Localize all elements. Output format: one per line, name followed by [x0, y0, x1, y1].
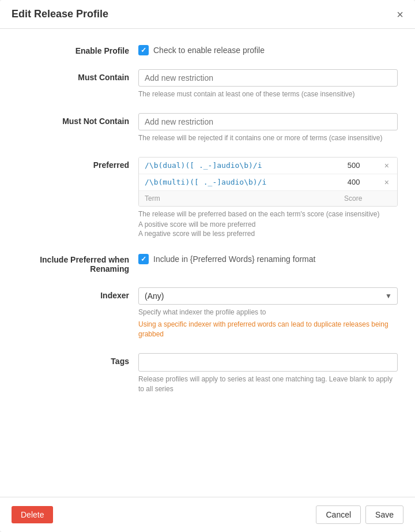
indexer-control: (Any) ▼ Specify what indexer the profile… [138, 287, 398, 339]
indexer-warning: Using a specific indexer with preferred … [138, 320, 398, 339]
close-button[interactable]: × [397, 9, 403, 20]
enable-profile-checkbox-label: Check to enable release profile [153, 46, 265, 55]
tags-row: Tags Release profiles will apply to seri… [17, 353, 398, 394]
checkmark-icon: ✓ [141, 46, 146, 54]
include-preferred-checkbox[interactable]: ✓ [138, 254, 149, 264]
must-contain-control: The release must contain at least one of… [138, 69, 398, 99]
enable-profile-row: Enable Profile ✓ Check to enable release… [17, 43, 398, 55]
must-contain-hint: The release must contain at least one of… [138, 89, 398, 99]
include-preferred-label: Include Preferred when Renaming [17, 252, 138, 274]
enable-profile-checkbox-wrap[interactable]: ✓ Check to enable release profile [138, 43, 398, 55]
delete-button[interactable]: Delete [12, 506, 53, 523]
enable-profile-checkbox[interactable]: ✓ [138, 45, 149, 55]
must-contain-label: Must Contain [17, 69, 138, 82]
must-contain-row: Must Contain The release must contain at… [17, 69, 398, 99]
indexer-hint: Specify what indexer the profile applies… [138, 308, 398, 317]
modal-body: Enable Profile ✓ Check to enable release… [0, 29, 415, 497]
include-preferred-control: ✓ Include in {Preferred Words} renaming … [138, 252, 398, 264]
preferred-hint1: The release will be preferred based on t… [138, 209, 398, 219]
tags-label: Tags [17, 353, 138, 366]
include-preferred-checkbox-wrap[interactable]: ✓ Include in {Preferred Words} renaming … [138, 252, 398, 264]
remove-preferred-2-button[interactable]: × [382, 178, 391, 187]
preferred-term-2: /\b(multi)([ ._-]audio\b)/i [145, 178, 348, 186]
tags-input[interactable] [138, 353, 398, 372]
preferred-col-term-header: Term [145, 194, 344, 203]
preferred-hint2: A positive score will be more preferred [138, 220, 398, 228]
must-not-contain-label: Must Not Contain [17, 113, 138, 126]
include-preferred-checkbox-label: Include in {Preferred Words} renaming fo… [153, 254, 315, 264]
preferred-row: Preferred /\b(dual)([ ._-]audio\b)/i 500… [17, 157, 398, 238]
preferred-col-score-header: Score [344, 194, 379, 203]
preferred-item-row-1: /\b(dual)([ ._-]audio\b)/i 500 × [139, 158, 397, 174]
enable-profile-label: Enable Profile [17, 43, 138, 55]
must-contain-input[interactable] [138, 69, 398, 87]
preferred-score-1: 500 [348, 161, 382, 170]
preferred-score-2: 400 [348, 178, 382, 186]
preferred-hint3: A negative score will be less preferred [138, 230, 398, 238]
preferred-control: /\b(dual)([ ._-]audio\b)/i 500 × /\b(mul… [138, 157, 398, 238]
preferred-header-row: Term Score [139, 191, 397, 206]
tags-hint: Release profiles will apply to series at… [138, 374, 398, 394]
must-not-contain-input[interactable] [138, 113, 398, 130]
footer-right-buttons: Cancel Save [316, 505, 403, 524]
indexer-select[interactable]: (Any) [138, 287, 398, 305]
indexer-row: Indexer (Any) ▼ Specify what indexer the… [17, 287, 398, 339]
indexer-label: Indexer [17, 287, 138, 300]
enable-profile-control: ✓ Check to enable release profile [138, 43, 398, 55]
must-not-contain-row: Must Not Contain The release will be rej… [17, 113, 398, 143]
must-not-contain-hint: The release will be rejected if it conta… [138, 133, 398, 143]
indexer-select-wrap: (Any) ▼ [138, 287, 398, 305]
modal-header: Edit Release Profile × [0, 0, 415, 29]
edit-release-profile-modal: Edit Release Profile × Enable Profile ✓ … [0, 0, 415, 532]
preferred-term-1: /\b(dual)([ ._-]audio\b)/i [145, 161, 348, 170]
preferred-table: /\b(dual)([ ._-]audio\b)/i 500 × /\b(mul… [138, 157, 398, 207]
modal-footer: Delete Cancel Save [0, 497, 415, 532]
checkmark-icon-2: ✓ [141, 255, 146, 263]
cancel-button[interactable]: Cancel [316, 505, 361, 524]
save-button[interactable]: Save [365, 505, 403, 524]
must-not-contain-control: The release will be rejected if it conta… [138, 113, 398, 143]
include-preferred-row: Include Preferred when Renaming ✓ Includ… [17, 252, 398, 274]
preferred-item-row-2: /\b(multi)([ ._-]audio\b)/i 400 × [139, 174, 397, 191]
remove-preferred-1-button[interactable]: × [382, 161, 391, 170]
tags-control: Release profiles will apply to series at… [138, 353, 398, 394]
preferred-label: Preferred [17, 157, 138, 170]
modal-title: Edit Release Profile [12, 8, 108, 20]
